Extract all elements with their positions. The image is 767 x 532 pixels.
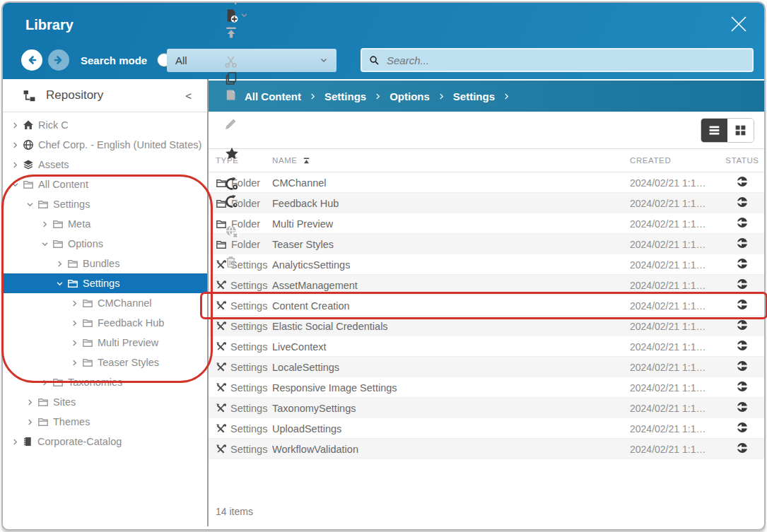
tree-item-label: Meta xyxy=(68,218,90,230)
tree-item-all-content[interactable]: All Content xyxy=(3,175,207,194)
tree-item-settings[interactable]: Settings xyxy=(3,194,207,214)
chevron-down-icon[interactable] xyxy=(12,179,18,190)
search-input[interactable] xyxy=(385,54,745,67)
search-field[interactable] xyxy=(361,48,754,72)
tree-item-options[interactable]: Options xyxy=(3,234,207,254)
table-row-taxonomysettings[interactable]: SettingsTaxonomySettings2024/02/21 1:1… xyxy=(209,398,764,418)
chevron-right-icon[interactable] xyxy=(10,122,21,129)
breadcrumb-item-settings[interactable]: Settings xyxy=(324,90,366,102)
breadcrumb-chevron-icon xyxy=(438,93,445,100)
tree-item-themes[interactable]: Themes xyxy=(3,412,207,432)
table-row-teaser-styles[interactable]: FolderTeaser Styles2024/02/21 1:1… xyxy=(209,234,764,254)
catalog-icon xyxy=(23,436,33,447)
content-panel: All ContentSettingsOptionsSettings xyxy=(209,79,764,526)
created-label: 2024/02/21 1:1… xyxy=(630,300,705,312)
chevron-right-icon[interactable] xyxy=(10,162,21,168)
sort-ascending-icon xyxy=(302,156,311,165)
tree-item-label: CMChannel xyxy=(98,297,152,309)
tree-item-chef-corp-english-united-states[interactable]: Chef Corp. - English (United States) xyxy=(3,135,207,155)
folder-icon xyxy=(37,396,49,408)
chevron-right-icon[interactable] xyxy=(40,379,50,386)
chevron-right-icon[interactable] xyxy=(40,221,50,227)
type-label: Settings xyxy=(230,362,267,373)
tree-item-bundles[interactable]: Bundles xyxy=(3,254,207,273)
edit-button xyxy=(223,116,239,132)
bulk-publish-button[interactable] xyxy=(223,193,240,211)
chevron-right-icon[interactable] xyxy=(54,261,65,267)
page-title: Library xyxy=(25,17,74,33)
table-header: TYPE NAME CREATED STATUS xyxy=(209,149,764,172)
type-label: Settings xyxy=(230,403,267,414)
thumbnail-view-button[interactable] xyxy=(727,119,754,142)
type-label: Settings xyxy=(230,423,267,435)
chevron-right-icon[interactable] xyxy=(69,360,80,366)
tree-item-teaser-styles[interactable]: Teaser Styles xyxy=(3,353,207,372)
back-button[interactable] xyxy=(21,49,42,71)
tree-item-label: Settings xyxy=(83,278,119,289)
new-content-button[interactable] xyxy=(223,7,249,24)
table-row-localesettings[interactable]: SettingsLocaleSettings2024/02/21 1:1… xyxy=(209,357,764,377)
withdraw-icon xyxy=(224,225,240,240)
folder-icon xyxy=(82,357,93,368)
tree-item-settings[interactable]: Settings xyxy=(3,273,207,293)
tree-item-taxonomies[interactable]: Taxonomies xyxy=(3,372,207,392)
chevron-right-icon[interactable] xyxy=(25,399,35,406)
forward-button[interactable] xyxy=(48,49,69,71)
table-row-feedback-hub[interactable]: FolderFeedback Hub2024/02/21 1:1… xyxy=(209,193,764,213)
column-header-status[interactable]: STATUS xyxy=(720,156,764,165)
settings-type-icon xyxy=(216,280,226,290)
chevron-right-icon[interactable] xyxy=(10,439,21,445)
table-row-responsive-image-settings[interactable]: SettingsResponsive Image Settings2024/02… xyxy=(209,377,764,398)
tree-item-multi-preview[interactable]: Multi Preview xyxy=(3,333,207,353)
tree-item-rick-c[interactable]: Rick C xyxy=(3,115,207,135)
column-header-name[interactable]: NAME xyxy=(272,156,630,165)
name-label: AssetManagement xyxy=(272,280,358,291)
table-row-uploadsettings[interactable]: SettingsUploadSettings2024/02/21 1:1… xyxy=(209,418,764,439)
library-window: Library Search mode All xyxy=(1,1,766,531)
chevron-down-icon[interactable] xyxy=(27,199,33,210)
tree-item-label: Feedback Hub xyxy=(98,317,164,329)
breadcrumb-chevron-icon xyxy=(375,93,381,100)
chevron-right-icon[interactable] xyxy=(69,320,80,326)
tree-item-sites[interactable]: Sites xyxy=(3,392,207,412)
table-row-content-creation[interactable]: SettingsContent Creation2024/02/21 1:1… xyxy=(209,295,764,316)
grid-view-icon xyxy=(734,124,747,137)
chevron-right-icon[interactable] xyxy=(25,419,35,425)
table-row-analyticssettings[interactable]: SettingsAnalyticsSettings2024/02/21 1:1… xyxy=(209,254,764,275)
chevron-down-icon[interactable] xyxy=(57,278,63,289)
list-view-button[interactable] xyxy=(701,119,727,142)
collapse-panel-button[interactable]: < xyxy=(181,89,196,102)
status-checked-in-icon xyxy=(720,422,764,433)
chevron-right-icon[interactable] xyxy=(69,300,80,307)
cell-type: Settings xyxy=(216,362,272,373)
withdraw-button xyxy=(223,223,241,241)
list-view-icon xyxy=(708,124,721,137)
tree-item-corporate-catalog[interactable]: Corporate-Catalog xyxy=(3,432,207,451)
repository-panel: Repository < Rick CChef Corp. - English … xyxy=(3,79,207,526)
created-label: 2024/02/21 1:1… xyxy=(630,444,705,455)
column-header-created[interactable]: CREATED xyxy=(630,156,720,165)
status-bar: 14 items xyxy=(209,505,764,526)
table-row-workflowvalidation[interactable]: SettingsWorkflowValidation2024/02/21 1:1… xyxy=(209,439,764,459)
tree-item-cmchannel[interactable]: CMChannel xyxy=(3,293,207,313)
chevron-down-icon[interactable] xyxy=(42,239,48,249)
chevron-right-icon[interactable] xyxy=(10,142,21,148)
table-row-elastic-social-credentials[interactable]: SettingsElastic Social Credentials2024/0… xyxy=(209,316,764,336)
table-row-assetmanagement[interactable]: SettingsAssetManagement2024/02/21 1:1… xyxy=(209,275,764,295)
name-label: WorkflowValidation xyxy=(272,444,358,455)
table-row-multi-preview[interactable]: FolderMulti Preview2024/02/21 1:1… xyxy=(209,213,764,234)
table-row-cmchannel[interactable]: FolderCMChannel2024/02/21 1:1… xyxy=(209,172,764,193)
tree-item-feedback-hub[interactable]: Feedback Hub xyxy=(3,313,207,333)
tree-item-meta[interactable]: Meta xyxy=(3,214,207,234)
folder-icon xyxy=(37,199,49,210)
close-button[interactable] xyxy=(726,11,751,37)
bookmark-button[interactable] xyxy=(223,145,241,162)
close-icon xyxy=(728,13,749,35)
publish-button[interactable] xyxy=(223,175,240,193)
chevron-right-icon[interactable] xyxy=(69,340,80,346)
table-row-livecontext[interactable]: SettingsLiveContext2024/02/21 1:1… xyxy=(209,336,764,357)
breadcrumb-item-options[interactable]: Options xyxy=(390,90,430,102)
breadcrumb-item-settings[interactable]: Settings xyxy=(453,90,495,102)
copy-button[interactable] xyxy=(223,70,240,87)
tree-item-assets[interactable]: Assets xyxy=(3,155,207,175)
